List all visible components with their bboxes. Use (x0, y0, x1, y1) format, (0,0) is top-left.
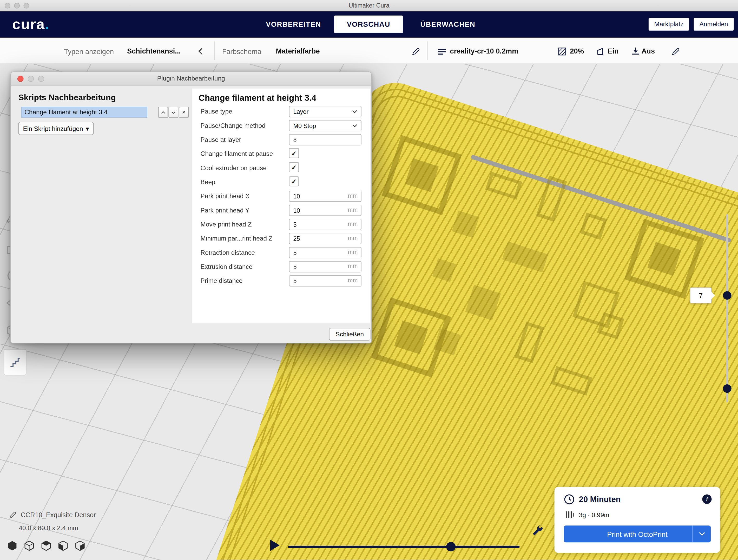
field-select[interactable]: Layer (289, 106, 361, 117)
layer-slider-lower-handle[interactable] (723, 385, 732, 393)
model-dimensions: 40.0 x 80.0 x 2.4 mm (19, 525, 78, 532)
tab-vorbereiten[interactable]: VORBEREITEN (266, 20, 321, 28)
add-script-dropdown-button[interactable]: Ein Skript hinzufügen ▾ (18, 122, 94, 135)
field-row-extrusion-distance: Extrusion distancemm (192, 260, 370, 274)
edit-print-settings-pencil-icon[interactable] (672, 48, 680, 55)
printer-profile-value[interactable]: creality-cr-10 0.2mm (450, 47, 518, 55)
field-input-wrap: mm (289, 191, 361, 202)
cura-application: Ultimaker Cura cura. VORBEREITEN VORSCHA… (0, 0, 738, 560)
logo-dot: . (45, 16, 49, 32)
check-icon: ✓ (291, 178, 297, 185)
print-info-card: 20 Minuten i 3g · 0.99m Print with OctoP… (555, 487, 720, 553)
view-preset-bar (6, 540, 85, 551)
play-button[interactable] (270, 539, 280, 551)
field-label: Change filament at pause (201, 150, 273, 157)
support-icon (597, 48, 605, 56)
tab-vorschau[interactable]: VORSCHAU (334, 16, 403, 33)
field-input-wrap: mm (289, 275, 361, 287)
layer-number-tooltip: 7 (690, 288, 712, 304)
field-row-prime-distance: Prime distancemm (192, 274, 370, 288)
field-input-wrap: mm (289, 233, 361, 244)
field-checkbox[interactable]: ✓ (289, 148, 299, 158)
dialog-titlebar: Plugin Nachbearbeitung (11, 72, 371, 86)
unit-label: mm (348, 206, 358, 213)
field-label: Prime distance (201, 277, 243, 285)
color-scheme-label: Farbschema (222, 48, 262, 56)
field-label: Cool extruder on pause (201, 164, 267, 171)
view-right-icon[interactable] (74, 540, 85, 551)
infill-icon (558, 48, 566, 56)
view-3d-icon[interactable] (6, 540, 18, 551)
toolbar-separator (214, 41, 215, 60)
check-icon: ✓ (291, 149, 297, 157)
view-top-icon[interactable] (41, 540, 52, 551)
field-row-park-print-head-x: Park print head Xmm (192, 189, 370, 203)
post-processing-dialog: Plugin Nachbearbeitung Skripts Nachbearb… (10, 71, 372, 344)
support-value[interactable]: Ein (608, 47, 619, 55)
path-slider-track[interactable] (288, 546, 519, 548)
stairs-icon (9, 356, 21, 368)
field-label: Extrusion distance (201, 263, 253, 270)
unit-label: mm (348, 249, 358, 255)
field-checkbox[interactable]: ✓ (289, 176, 299, 186)
field-label: Pause type (201, 108, 232, 115)
collapse-chevron-icon[interactable] (198, 48, 204, 55)
field-select-value: Layer (293, 108, 309, 115)
color-scheme-value[interactable]: Materialfarbe (276, 47, 320, 55)
move-script-up-button[interactable] (158, 107, 168, 118)
field-row-pause-at-layer: Pause at layer (192, 133, 370, 147)
field-label: Beep (201, 178, 216, 185)
view-left-icon[interactable] (57, 540, 69, 551)
layer-slider-upper-handle[interactable] (723, 291, 732, 300)
view-type-value[interactable]: Schichtenansi... (127, 47, 181, 55)
field-checkbox[interactable]: ✓ (289, 162, 299, 172)
field-label: Retraction distance (201, 249, 255, 256)
view-type-label: Typen anzeigen (64, 48, 114, 56)
field-row-move-print-head-z: Move print head Zmm (192, 217, 370, 231)
print-button-label: Print with OctoPrint (607, 530, 668, 538)
print-time-estimate: 20 Minuten (579, 495, 621, 504)
field-row-pause-type: Pause typeLayer (192, 104, 370, 118)
support-blocker-tool[interactable] (4, 349, 26, 375)
toolbar-separator (427, 41, 428, 60)
infill-value[interactable]: 20% (570, 47, 584, 55)
wrench-icon[interactable] (531, 524, 544, 537)
chevron-down-icon (352, 124, 357, 127)
move-script-down-button[interactable] (168, 107, 178, 118)
field-label: Park print head Y (201, 207, 250, 214)
model-name: CCR10_Exquisite Densor (21, 511, 96, 518)
print-options-chevron-icon[interactable] (692, 525, 711, 542)
adhesion-value[interactable]: Aus (642, 47, 655, 55)
field-input-wrap: mm (289, 205, 361, 216)
remove-script-button[interactable]: × (179, 107, 189, 118)
field-row-retraction-distance: Retraction distancemm (192, 245, 370, 259)
view-front-icon[interactable] (24, 540, 35, 551)
field-label: Minimum par...rint head Z (201, 235, 273, 242)
rename-model-pencil-icon[interactable] (9, 511, 16, 518)
field-row-cool-extruder-on-pause: Cool extruder on pause✓ (192, 161, 370, 175)
script-list-item-selected[interactable]: Change filament at height 3.4 (21, 107, 147, 118)
layer-slider-track[interactable] (726, 214, 728, 402)
info-icon[interactable]: i (702, 495, 712, 504)
field-select[interactable]: M0 Stop (289, 120, 361, 131)
marketplace-button[interactable]: Marktplatz (649, 18, 689, 31)
field-label: Pause at layer (201, 136, 241, 143)
field-row-beep: Beep✓ (192, 175, 370, 189)
dialog-schliessen-button[interactable]: Schließen (329, 328, 370, 341)
signin-button[interactable]: Anmelden (694, 18, 734, 31)
clock-icon (564, 494, 575, 505)
script-settings-rows: Pause typeLayerPause/Change methodM0 Sto… (192, 104, 370, 288)
tab-ueberwachen[interactable]: ÜBERWACHEN (420, 20, 475, 28)
edit-color-scheme-pencil-icon[interactable] (412, 48, 420, 55)
layers-profile-icon (438, 49, 446, 55)
scripts-heading: Skripts Nachbearbeitung (18, 93, 116, 103)
field-select-value: M0 Stop (293, 122, 316, 129)
print-with-octoprint-button[interactable]: Print with OctoPrint (564, 525, 711, 542)
unit-label: mm (348, 192, 358, 199)
script-settings-title: Change filament at height 3.4 (199, 93, 316, 103)
field-input[interactable] (289, 134, 361, 145)
path-slider-handle[interactable] (446, 542, 455, 551)
field-input-wrap: mm (289, 247, 361, 258)
script-settings-panel: Change filament at height 3.4 Pause type… (192, 88, 370, 324)
logo-text: cura (12, 16, 45, 32)
